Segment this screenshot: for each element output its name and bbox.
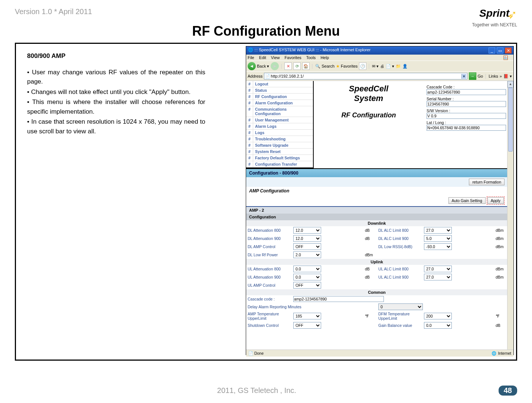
ul-amp-control-select[interactable]: OFF [293, 282, 321, 289]
return-formation-button[interactable]: return Formation [469, 179, 505, 185]
mail-button[interactable]: ✉ ▾ [372, 64, 379, 69]
sidebar-item-logs[interactable]: #Logs [246, 130, 313, 136]
sidebar-item-alarm-logs[interactable]: #Alarm Logs [246, 123, 313, 130]
sw-version-input[interactable] [427, 113, 506, 119]
dl-low-rssi-label: DL Low RSSI(-8dB) [377, 243, 422, 251]
edit-button[interactable]: 📄 ▾ [386, 64, 394, 69]
serial-number-label: Serial Number : [427, 97, 505, 101]
sidebar-item-configuration-transfer[interactable]: #Configuration Transfer [246, 161, 313, 168]
delay-alarm-select[interactable]: 0 [378, 303, 423, 310]
amp-temp-select[interactable]: 185 [293, 313, 321, 319]
address-input-wrap[interactable]: 📄 ▾ [264, 73, 467, 79]
dl-low-rf-unit: dBm [363, 251, 377, 259]
apply-button[interactable]: Apply [487, 197, 504, 204]
search-button[interactable]: 🔍 Search [315, 64, 334, 69]
url-input[interactable] [270, 74, 461, 79]
pdf-icon[interactable]: 📕 ▾ [503, 74, 512, 79]
dl-low-rf-select[interactable]: 2.0 [293, 251, 321, 258]
browser-toolbar: ◄ Back ▾ ► │ ✕ ⟳ 🏠 │ 🔍 Search ★ Favorite… [246, 61, 513, 72]
dl-rssi-unit: dBm [494, 243, 507, 251]
menu-tools[interactable]: Tools [306, 55, 316, 60]
browser-statusbar: 📄 Done 🌐Internet [246, 350, 513, 357]
dfm-temp-select[interactable]: 200 [424, 313, 452, 319]
dl-alc900-select[interactable]: 5.0 [424, 235, 452, 242]
close-button[interactable]: ✕ [505, 48, 512, 53]
gain-balance-select[interactable]: 0.0 [424, 322, 452, 329]
scroll-up-icon[interactable]: ▲ [507, 81, 513, 88]
vertical-scrollbar[interactable]: ▲ ▼ [507, 81, 513, 357]
ul-att900-unit: dB [363, 273, 377, 281]
favorites-button[interactable]: ★ Favorites [336, 64, 358, 69]
back-icon: ◄ [248, 62, 256, 70]
menu-favorites[interactable]: Favorites [285, 55, 301, 60]
stop-button[interactable]: ✕ [284, 62, 292, 70]
messenger-button[interactable]: 👤 [402, 64, 408, 69]
sidebar-item-alarm-configuration[interactable]: #Alarm Configuration [246, 100, 313, 106]
history-button[interactable]: 🕑 [359, 62, 366, 70]
ul-alc800-select[interactable]: 27.0 [424, 266, 452, 272]
scroll-thumb[interactable] [508, 88, 513, 152]
rf-configuration-heading: RF Configuration [314, 111, 424, 119]
maximize-button[interactable]: ▭ [497, 48, 503, 53]
dl-att900-label: DL Attenuation 900 [246, 234, 292, 243]
page-footer: 2011, GS Teletech , Inc. 48 [15, 386, 517, 396]
dl-alc800-select[interactable]: 27.0 [424, 227, 452, 234]
downlink-table: DL Attenuation 800 12.0 dB DL ALC Limit … [246, 226, 507, 259]
latlong-input[interactable] [427, 125, 506, 131]
common-cascade-label: Cascade code : [246, 295, 292, 303]
refresh-button[interactable]: ⟳ [293, 62, 301, 70]
ul-alc900-select[interactable]: 27.0 [424, 274, 452, 280]
sidebar-item-rf-configuration[interactable]: #RF Configuration [246, 94, 313, 100]
dl-att900-select[interactable]: 12.0 [293, 235, 321, 242]
sidebar-item-user-management[interactable]: #User Management [246, 117, 313, 123]
print-button[interactable]: 🖨 [380, 64, 384, 68]
sprint-logo: Sprint➶ Together with NEXTEL [472, 7, 517, 27]
menu-view[interactable]: View [271, 55, 280, 60]
amp-2-header: AMP - 2 [246, 207, 507, 214]
dl-att800-select[interactable]: 12.0 [293, 227, 321, 234]
home-button[interactable]: 🏠 [302, 62, 310, 70]
serial-number-input[interactable] [427, 101, 506, 107]
logo-swirl-icon: ➶ [507, 8, 517, 21]
auto-gain-setting-button[interactable]: Auto Gain Setting [448, 197, 486, 204]
common-cascade-input[interactable] [293, 296, 384, 302]
ul-att900-select[interactable]: 0.0 [293, 274, 321, 280]
address-bar-row: Address 📄 ▾ →Go │ Links » 📕 ▾ [246, 72, 513, 81]
forward-button[interactable]: ► [271, 62, 279, 70]
cascade-code-input[interactable] [427, 89, 506, 95]
version-text: Version 1.0 * April 2011 [15, 7, 517, 16]
window-titlebar[interactable]: 🌐 ::: SpeedCell SYSTEM WEB GUI ::: - Mic… [246, 46, 513, 55]
configuration-header: Configuration [246, 214, 507, 220]
dl-low-rf-label: DL Low Rf Power [246, 251, 292, 259]
window-controls: _ ▭ ✕ [488, 48, 512, 53]
ul-att800-select[interactable]: 0.0 [293, 266, 321, 272]
shutdown-control-select[interactable]: OFF [293, 322, 321, 329]
dl-alc800-unit: dBm [494, 226, 507, 234]
status-done: Done [254, 351, 264, 355]
menu-help[interactable]: Help [320, 55, 329, 60]
back-button[interactable]: ◄ Back ▾ [248, 62, 269, 70]
speedcell-title-2: System [314, 94, 424, 103]
sidebar-item-factory-default-settings[interactable]: #Factory Default Settings [246, 155, 313, 161]
links-label[interactable]: Links [489, 74, 498, 78]
apply-highlight: Apply [487, 196, 505, 205]
menu-edit[interactable]: Edit [259, 55, 266, 60]
ul-alc900-label: UL ALC Limit 900 [377, 273, 422, 281]
minimize-button[interactable]: _ [489, 48, 495, 53]
dl-amp-control-select[interactable]: OFF [293, 243, 321, 250]
folder-button[interactable]: 📁 [396, 64, 401, 69]
sidebar-item-logout[interactable]: #Logout [246, 81, 313, 87]
delay-alarm-label: Delay Alarm Reporting Minutes [246, 303, 363, 311]
sidebar-item-status[interactable]: #Status [246, 87, 313, 94]
url-dropdown-icon[interactable]: ▾ [461, 74, 466, 79]
menu-file[interactable]: File [248, 55, 254, 60]
ul-att900-label: UL Attenuation 900 [246, 273, 292, 281]
sidebar-item-communications-configuration[interactable]: #Communications Configuration [246, 106, 313, 117]
dl-low-rssi-select[interactable]: -93.0 [424, 243, 452, 250]
nav-sidebar: #Logout #Status #RF Configuration #Alarm… [246, 81, 314, 168]
sidebar-item-troubleshooting[interactable]: #Troubleshooting [246, 136, 313, 142]
sidebar-item-system-reset[interactable]: #System Reset [246, 149, 313, 155]
go-button[interactable]: → [469, 72, 476, 80]
sidebar-item-software-upgrade[interactable]: #Software Upgrade [246, 142, 313, 149]
dl-alc900-label: DL ALC Limit 900 [377, 234, 422, 243]
